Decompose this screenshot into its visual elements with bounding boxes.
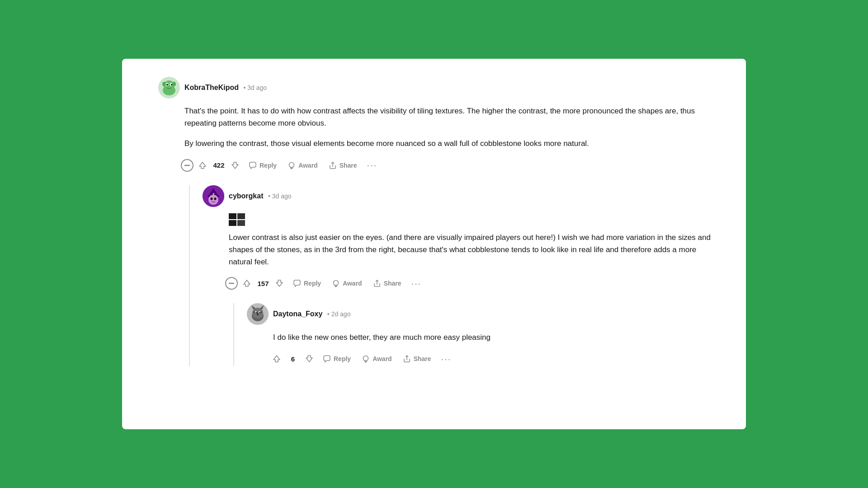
- vote-area-2: 157: [240, 276, 287, 291]
- timestamp-kobra: • 3d ago: [243, 84, 267, 91]
- svg-point-5: [166, 84, 168, 86]
- svg-point-26: [255, 312, 257, 313]
- collapse-button-2[interactable]: [225, 277, 238, 290]
- reply-icon-3: [323, 355, 331, 363]
- avatar-cyborgkat: ✦: [203, 185, 224, 207]
- svg-point-19: [334, 281, 339, 286]
- mc-cell: [229, 220, 236, 226]
- action-bar-1: 422 Reply: [181, 158, 719, 173]
- share-icon-2: [373, 279, 381, 287]
- svg-point-14: [208, 195, 218, 205]
- avatar-daytona: [247, 303, 269, 325]
- comment-meta-3: Daytona_Foxy • 2d ago: [273, 310, 350, 318]
- downvote-icon-2: [275, 279, 284, 288]
- downvote-icon: [231, 161, 240, 170]
- comment-meta-1: KobraTheKipod • 3d ago: [184, 84, 267, 92]
- share-button-1[interactable]: Share: [324, 159, 362, 172]
- svg-point-8: [172, 82, 176, 86]
- award-button-1[interactable]: Award: [283, 159, 322, 172]
- upvote-icon: [198, 161, 207, 170]
- svg-point-7: [162, 82, 166, 86]
- mc-cell: [229, 213, 236, 219]
- vote-count-1: 422: [212, 161, 225, 169]
- reply-icon: [249, 161, 257, 169]
- svg-point-29: [363, 356, 368, 361]
- share-button-3[interactable]: Share: [398, 352, 436, 366]
- minecraft-icon: [229, 213, 245, 226]
- reply-button-1[interactable]: Reply: [244, 159, 281, 172]
- upvote-icon-3: [272, 354, 281, 363]
- username-cyborgkat[interactable]: cyborgkat: [229, 192, 263, 200]
- username-kobra[interactable]: KobraTheKipod: [184, 84, 239, 91]
- comment-body-3: I do like the new ones better, they are …: [273, 331, 719, 343]
- comment-header-2: ✦ cyborgkat • 3d ago: [203, 185, 719, 207]
- action-bar-3: 6: [269, 352, 719, 366]
- replies-level-2: Daytona_Foxy • 2d ago I do like the new …: [233, 303, 719, 366]
- username-daytona[interactable]: Daytona_Foxy: [273, 310, 322, 318]
- downvote-button-3[interactable]: [302, 352, 316, 366]
- reply-icon-2: [293, 279, 301, 287]
- downvote-button-2[interactable]: [272, 276, 287, 291]
- comment-meta-2: cyborgkat • 3d ago: [229, 192, 292, 200]
- comment-body-1: That's the point. It has to do with how …: [184, 105, 719, 150]
- downvote-button-1[interactable]: [228, 158, 242, 173]
- timestamp-daytona: • 2d ago: [327, 310, 351, 318]
- mc-cell: [237, 220, 245, 226]
- downvote-icon-3: [305, 354, 314, 363]
- award-icon: [288, 161, 296, 169]
- share-button-2[interactable]: Share: [368, 277, 406, 290]
- svg-point-2: [164, 80, 175, 91]
- minus-icon-2: [228, 280, 235, 286]
- award-icon-2: [332, 279, 340, 287]
- vote-count-2: 157: [257, 280, 269, 287]
- award-button-3[interactable]: Award: [357, 352, 396, 366]
- avatar-kobra: [158, 77, 180, 99]
- svg-point-10: [289, 162, 294, 167]
- more-menu-button-2[interactable]: ···: [408, 277, 425, 291]
- action-bar-2: 157 Reply: [225, 276, 719, 291]
- timestamp-cyborgkat: • 3d ago: [268, 192, 292, 200]
- award-icon-3: [362, 355, 370, 363]
- comment-header-1: KobraTheKipod • 3d ago: [158, 77, 719, 99]
- svg-point-16: [214, 197, 217, 200]
- share-icon-3: [403, 355, 411, 363]
- award-button-2[interactable]: Award: [327, 277, 367, 290]
- svg-text:✦: ✦: [212, 192, 215, 196]
- comment-2: ✦ cyborgkat • 3d ago: [203, 185, 719, 366]
- svg-point-28: [257, 314, 259, 315]
- share-icon: [329, 161, 337, 169]
- upvote-icon-2: [242, 279, 251, 288]
- more-menu-button-1[interactable]: ···: [363, 158, 381, 172]
- upvote-button-1[interactable]: [195, 158, 210, 173]
- comment-1: KobraTheKipod • 3d ago That's the point.…: [158, 77, 719, 366]
- upvote-button-2[interactable]: [240, 276, 254, 291]
- reply-button-3[interactable]: Reply: [318, 352, 355, 366]
- collapse-button-1[interactable]: [181, 159, 193, 172]
- comment-3: Daytona_Foxy • 2d ago I do like the new …: [247, 303, 719, 366]
- vote-area-1: 422: [195, 158, 242, 173]
- replies-level-1: ✦ cyborgkat • 3d ago: [189, 185, 719, 366]
- vote-area-3: 6: [269, 352, 316, 366]
- comment-header-3: Daytona_Foxy • 2d ago: [247, 303, 719, 325]
- reply-button-2[interactable]: Reply: [288, 277, 326, 290]
- svg-point-15: [211, 197, 213, 200]
- upvote-button-3[interactable]: [269, 352, 284, 366]
- comment-body-2: Lower contrast is also just easier on th…: [229, 231, 719, 268]
- minus-icon: [184, 162, 190, 169]
- mc-cell: [237, 213, 245, 219]
- svg-point-27: [259, 312, 260, 313]
- vote-count-3: 6: [287, 355, 299, 363]
- more-menu-button-3[interactable]: ···: [438, 352, 455, 366]
